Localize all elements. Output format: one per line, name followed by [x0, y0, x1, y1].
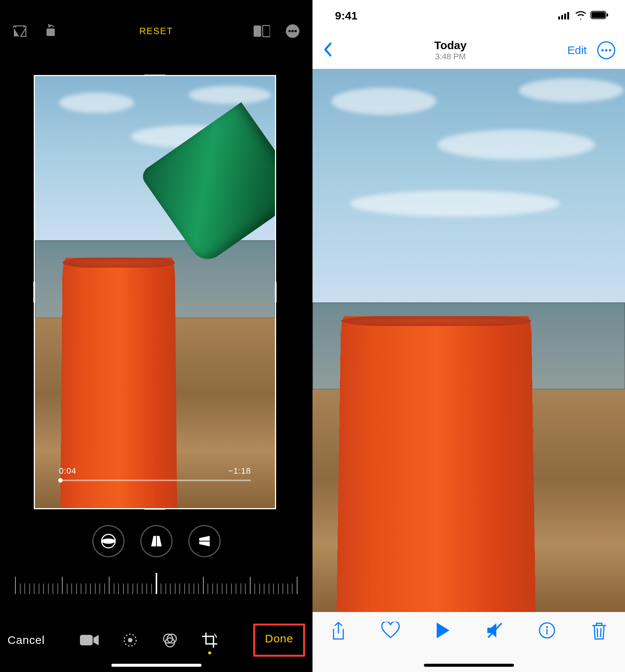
back-button[interactable] [322, 41, 334, 59]
viewer-action-bar [312, 612, 625, 672]
remaining-time: −1:18 [228, 466, 251, 476]
svg-point-14 [128, 638, 132, 642]
angle-ruler[interactable] [15, 573, 297, 594]
play-icon[interactable] [431, 622, 454, 639]
svg-rect-10 [156, 535, 157, 547]
editor-bottom-bar: Cancel [0, 608, 312, 672]
rotate-icon[interactable] [42, 22, 59, 40]
more-icon[interactable] [284, 22, 301, 40]
editor-top-bar: RESET [0, 0, 312, 51]
wifi-icon [575, 9, 587, 22]
svg-rect-19 [561, 15, 563, 20]
nav-title: Today [434, 39, 467, 52]
aspect-ratio-icon[interactable] [253, 22, 270, 40]
perspective-vertical-icon[interactable] [140, 525, 173, 557]
svg-rect-20 [564, 14, 566, 20]
svg-rect-2 [254, 26, 261, 37]
info-icon[interactable] [536, 622, 558, 639]
mute-icon[interactable] [484, 622, 506, 639]
svg-point-27 [546, 626, 548, 628]
video-preview: 0:04 −1:18 [35, 76, 275, 508]
tab-crop-icon[interactable] [201, 632, 218, 648]
straighten-icon[interactable] [92, 525, 125, 557]
more-button[interactable] [597, 41, 615, 59]
done-highlight: Done [253, 624, 305, 657]
elapsed-time: 0:04 [59, 466, 77, 476]
scrubber-track[interactable] [59, 480, 251, 481]
nav-subtitle: 3:48 PM [434, 52, 467, 61]
home-indicator[interactable] [424, 664, 514, 667]
media-viewport[interactable] [312, 69, 625, 612]
svg-rect-1 [47, 28, 55, 36]
share-icon[interactable] [327, 622, 350, 641]
svg-point-5 [288, 30, 291, 32]
cancel-button[interactable]: Cancel [8, 634, 45, 646]
tab-video-icon[interactable] [80, 633, 99, 647]
viewer-nav: Today 3:48 PM Edit [312, 32, 625, 69]
svg-rect-23 [592, 12, 605, 18]
svg-rect-24 [607, 14, 608, 16]
photo-editor-screen: RESET [0, 0, 312, 672]
svg-rect-3 [263, 26, 270, 37]
nav-title-block: Today 3:48 PM [434, 39, 467, 62]
svg-rect-12 [80, 635, 93, 645]
cellular-icon [558, 9, 571, 22]
tab-adjust-icon[interactable] [122, 632, 138, 648]
battery-icon [590, 9, 608, 22]
svg-line-30 [601, 628, 601, 637]
svg-point-7 [294, 30, 297, 32]
tab-filters-icon[interactable] [162, 632, 178, 648]
active-tab-indicator [208, 651, 211, 654]
heart-icon[interactable] [379, 622, 402, 639]
svg-rect-18 [558, 16, 560, 20]
edit-button[interactable]: Edit [567, 44, 587, 57]
perspective-horizontal-icon[interactable] [188, 525, 221, 557]
svg-rect-21 [567, 12, 569, 20]
status-time: 9:41 [335, 9, 358, 22]
svg-line-29 [597, 628, 598, 637]
flip-horizontal-icon[interactable] [11, 22, 29, 40]
crop-frame[interactable]: 0:04 −1:18 [34, 75, 276, 509]
status-bar: 9:41 [312, 0, 625, 32]
crop-adjust-row [0, 525, 312, 557]
video-scrubber[interactable]: 0:04 −1:18 [59, 466, 251, 481]
svg-rect-11 [198, 541, 210, 542]
svg-point-6 [291, 30, 294, 32]
home-indicator[interactable] [111, 664, 201, 667]
done-button[interactable]: Done [265, 632, 293, 645]
photo-viewer-screen: 9:41 [312, 0, 625, 672]
trash-icon[interactable] [588, 622, 610, 640]
reset-button[interactable]: RESET [139, 26, 173, 36]
svg-point-9 [102, 538, 115, 544]
